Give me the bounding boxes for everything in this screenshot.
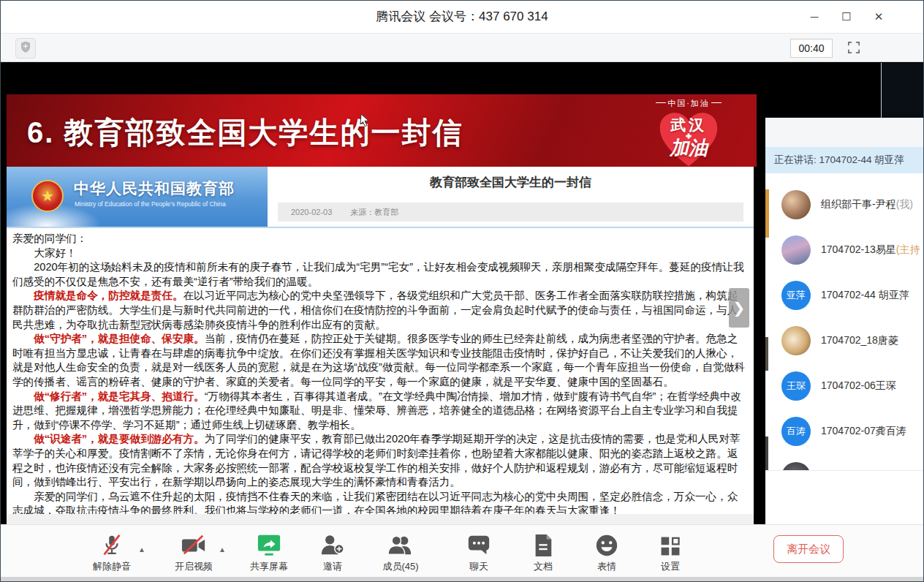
docs-button[interactable]: 文档 <box>512 530 574 573</box>
close-button[interactable]: ✕ <box>866 1 891 33</box>
logo-wuhan-text: 武汉 <box>634 115 743 135</box>
moe-name-cn: 中华人民共和国教育部 <box>74 178 235 199</box>
participant-avatar <box>781 190 811 219</box>
mouse-cursor-icon <box>359 113 371 131</box>
letter-paragraph: 做“守护者”，就是担使命、保安康。当前，疫情仍在蔓延，防控正处于关键期。很多医学… <box>12 332 748 389</box>
members-button[interactable]: 成员(45) <box>370 530 431 573</box>
microphone-muted-icon <box>81 530 143 558</box>
participant-avatar: 王琛 <box>781 371 811 401</box>
slide-edge-sliver <box>754 94 757 167</box>
participant-avatar <box>781 235 811 265</box>
invite-person-icon <box>302 530 363 558</box>
participant-avatar <box>781 326 811 355</box>
wuhan-jiayou-logo: 中国·加油 武汉 加油 <box>634 96 743 167</box>
meeting-timer: 00:40 <box>790 39 833 58</box>
letter-paragraph: 亲爱的同学们： <box>12 232 748 246</box>
panel-footer <box>765 470 924 524</box>
fullscreen-button[interactable] <box>844 39 863 58</box>
participant-row[interactable]: 组织部干事-尹程(我) <box>765 182 924 227</box>
moe-name-en: Ministry of Education of the People's Re… <box>75 200 226 208</box>
participant-avatar: 百涛 <box>781 417 811 446</box>
tencent-meeting-window: 腾讯会议 会议号：437 670 314 ─ ☐ ✕ 00:40 6. 教育部致… <box>0 0 924 582</box>
meeting-security-button[interactable] <box>15 38 36 58</box>
fullscreen-icon <box>847 40 861 58</box>
settings-label: 设置 <box>640 560 701 573</box>
share-screen-icon <box>238 530 300 558</box>
participant-avatar: 亚萍 <box>781 281 811 310</box>
participant-list: 组织部干事-尹程(我)1704702-13易星(主持亚萍1704702-44 胡… <box>765 182 924 499</box>
participant-name: 1704702-06王琛 <box>821 379 896 393</box>
letter-paragraph: 做“识途者”，就是要做到游必有方。为了同学们的健康平安，教育部已做出2020年春… <box>12 432 748 489</box>
paragraph-lead: 做“修行者”，就是宅其身、抱道行。 <box>34 390 205 402</box>
chat-label: 聊天 <box>448 560 510 573</box>
participant-row[interactable]: 亚萍1704702-44 胡亚萍 <box>765 273 924 318</box>
participant-name: 1704702-07龚百涛 <box>821 425 906 438</box>
heart-icon: 武汉 加油 <box>634 109 743 167</box>
camera-off-icon <box>163 530 224 558</box>
panel-top-strip <box>765 118 924 147</box>
emoji-button[interactable]: 表情 <box>576 530 637 573</box>
unmute-button[interactable]: 解除静音 <box>81 530 143 573</box>
article-date: 2020-02-03 <box>291 208 332 216</box>
titlebar: 腾讯会议 会议号：437 670 314 ─ ☐ ✕ <box>1 1 923 33</box>
participant-row[interactable]: 1704702-13易星(主持 <box>765 227 924 273</box>
settings-button[interactable]: 设置 <box>640 530 701 573</box>
paragraph-lead: 疫情就是命令，防控就是责任。 <box>34 290 183 301</box>
speaking-indicator: 正在讲话: 1704702-44 胡亚萍 <box>765 147 924 173</box>
letter-paragraph: 2020年初的这场始料未及的疫情和前所未有的庚子春节，让我们成为“宅男”“宅女”… <box>12 260 748 289</box>
paragraph-lead: 做“守护者”，就是担使命、保安康。 <box>34 333 205 344</box>
members-icon <box>370 530 431 558</box>
participants-panel: 正在讲话: 1704702-44 胡亚萍 组织部干事-尹程(我)1704702-… <box>765 118 924 524</box>
meeting-toolbar: 解除静音 ▲ 开启视频 ▲ 共享屏幕 邀请 成员(45) <box>1 524 923 577</box>
shared-document: 6. 教育部致全国大学生的一封信 中国·加油 武汉 加油 ★ <box>7 94 754 524</box>
leave-meeting-button[interactable]: 离开会议 <box>773 535 844 563</box>
invite-button[interactable]: 邀请 <box>302 530 363 573</box>
letter-paragraph: 疫情就是命令，防控就是责任。在以习近平同志为核心的党中央坚强领导下，各级党组织和… <box>12 289 748 332</box>
participant-name: 1704702_18唐菱 <box>821 334 898 347</box>
paragraph-lead: 做“识途者”，就是要做到游必有方。 <box>34 433 205 445</box>
docs-label: 文档 <box>512 560 574 573</box>
moe-brand-banner: ★ 中华人民共和国教育部 Ministry of Education of th… <box>7 167 268 227</box>
participant-row[interactable]: 百涛1704702-07龚百涛 <box>765 409 924 454</box>
logo-jiayou-text: 加油 <box>634 135 743 161</box>
participant-row[interactable]: 王琛1704702-06王琛 <box>765 363 924 409</box>
video-thumbnail-sliver <box>881 63 924 118</box>
participant-row[interactable]: 1704702_18唐菱 <box>765 318 924 363</box>
chat-icon <box>448 530 510 558</box>
moe-site-header: ★ 中华人民共和国教育部 Ministry of Education of th… <box>7 167 754 228</box>
start-video-label: 开启视频 <box>163 560 224 573</box>
shield-icon <box>19 40 32 56</box>
meeting-subbar: 00:40 <box>1 33 923 62</box>
emoji-smiley-icon <box>576 530 637 558</box>
participant-role-tag: (我) <box>896 198 913 210</box>
settings-grid-icon <box>640 530 701 558</box>
article-title: 教育部致全国大学生的一封信 <box>268 174 754 191</box>
share-screen-label: 共享屏幕 <box>238 560 300 573</box>
article-source: 来源：教育部 <box>350 208 398 216</box>
letter-paragraph: 大家好！ <box>12 246 748 261</box>
invite-label: 邀请 <box>302 560 363 573</box>
window-bottom-strip <box>1 577 923 582</box>
maximize-button[interactable]: ☐ <box>834 1 859 33</box>
shared-screen-stage: 6. 教育部致全国大学生的一封信 中国·加油 武汉 加油 ★ <box>1 62 923 524</box>
article-meta: 2020-02-03 来源：教育部 <box>278 203 743 222</box>
mic-options-arrow[interactable]: ▲ <box>138 545 145 553</box>
share-screen-button[interactable]: 共享屏幕 <box>238 530 300 573</box>
slide-heading: 6. 教育部致全国大学生的一封信 <box>27 94 463 167</box>
members-label: 成员(45) <box>370 560 431 573</box>
participant-name: 1704702-13易星(主持 <box>821 243 920 257</box>
participant-name: 组织部干事-尹程(我) <box>821 198 913 211</box>
panel-expander-button[interactable]: ❯ <box>729 288 749 328</box>
start-video-button[interactable]: 开启视频 <box>163 530 224 573</box>
chat-button[interactable]: 聊天 <box>448 530 510 573</box>
unmute-label: 解除静音 <box>81 560 143 573</box>
participant-name: 1704702-44 胡亚萍 <box>821 289 909 302</box>
minimize-button[interactable]: ─ <box>802 1 827 33</box>
national-emblem-icon: ★ <box>31 180 64 212</box>
participant-role-tag: (主持 <box>896 243 920 255</box>
document-icon <box>512 530 574 558</box>
letter-body: 亲爱的同学们：大家好！2020年初的这场始料未及的疫情和前所未有的庚子春节，让我… <box>7 228 754 524</box>
letter-paragraph: 做“修行者”，就是宅其身、抱道行。“万物得其本者生，百事得其道者成。”在文学经典… <box>12 390 748 433</box>
window-title: 腾讯会议 会议号：437 670 314 <box>1 1 923 33</box>
video-options-arrow[interactable]: ▲ <box>219 545 226 553</box>
